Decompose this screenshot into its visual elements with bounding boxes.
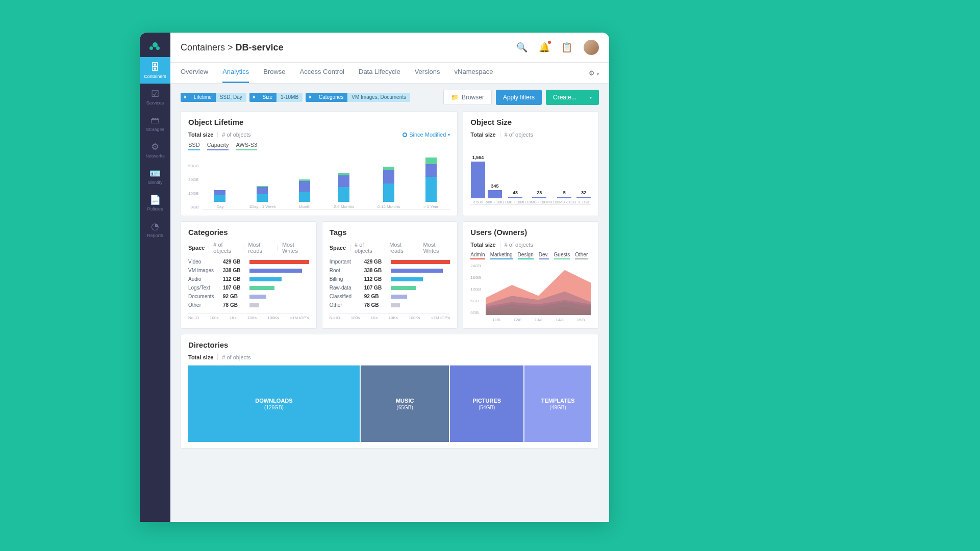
metric-tab[interactable]: Most Writes [423, 242, 450, 254]
metric-tab[interactable]: Space [188, 245, 205, 251]
metric-num-objects[interactable]: # of objects [222, 132, 250, 138]
user-series-tab[interactable]: Admin [470, 252, 485, 259]
chip-remove-icon[interactable]: × [249, 93, 259, 102]
browser-button[interactable]: 📁 Browser [443, 90, 492, 105]
user-series-tab[interactable]: Marketing [490, 252, 513, 259]
tab-browse[interactable]: Browse [263, 63, 285, 83]
user-series-tab[interactable]: Other [575, 252, 588, 259]
row-amount: 112 GB [223, 276, 245, 282]
notification-bell-icon[interactable]: 🔔 [539, 42, 550, 53]
user-avatar[interactable] [584, 40, 599, 55]
tab-vnamespace[interactable]: vNamespace [455, 63, 493, 83]
directories-treemap: Downloads(126GB)Music(65GB)Pictures(54GB… [188, 365, 591, 442]
y-tick: 0GB [188, 205, 198, 209]
row-name: Billing [330, 276, 360, 282]
metric-tab[interactable]: # of objects [355, 242, 381, 254]
lifetime-chart: 50GB30GB15GB0GB Day1Day - 1 WeekMonth2-6… [188, 153, 450, 209]
metric-total-size[interactable]: Total size [470, 242, 495, 248]
x-tick: 1MB - 10MB [505, 200, 526, 204]
size-column: 481MB - 10MB [505, 190, 526, 204]
sidebar-item-containers[interactable]: 🗄Containers [140, 57, 170, 84]
series-tab-ssd[interactable]: SSD [188, 142, 200, 150]
bar [532, 197, 546, 198]
metric-total-size[interactable]: Total size [188, 132, 213, 138]
y-tick: 0GB [470, 310, 481, 315]
chevron-down-icon: ▾ [590, 95, 592, 100]
x-tick: 15/8 [577, 318, 585, 322]
apply-filters-label: Apply filters [503, 94, 535, 101]
metric-num-objects[interactable]: # of objects [505, 242, 533, 248]
chip-label: Lifetime [190, 93, 216, 102]
user-series-tab[interactable]: Dev. [539, 252, 549, 259]
apply-filters-button[interactable]: Apply filters [496, 90, 542, 105]
row-amount: 78 GB [364, 302, 387, 308]
io-tick: 10Ks [247, 316, 257, 320]
browser-button-label: Browser [462, 94, 484, 101]
search-icon[interactable]: 🔍 [516, 42, 527, 53]
chip-remove-icon[interactable]: × [181, 93, 190, 102]
x-tick: > 1GB [579, 200, 589, 204]
size-chart: 1,564< 50K34550K - 1MB481MB - 10MB2310MB… [470, 149, 591, 205]
directory-cell[interactable]: Music(65GB) [361, 365, 450, 442]
row-name: Audio [188, 276, 219, 282]
bar-column: Month [299, 179, 310, 209]
create-button[interactable]: Create... ▾ [546, 90, 599, 105]
size-column: 2310MB - 100MB [526, 190, 552, 204]
series-tab-aws-s3[interactable]: AWS-S3 [236, 142, 257, 150]
metric-total-size[interactable]: Total size [188, 354, 213, 360]
topbar-actions: 🔍 🔔 📋 [516, 40, 599, 55]
sidebar-item-policies[interactable]: 📄Policies [140, 190, 170, 216]
tab-analytics[interactable]: Analytics [222, 63, 249, 83]
directory-cell[interactable]: Downloads(126GB) [188, 365, 361, 442]
metric-tab[interactable]: # of objects [213, 242, 239, 254]
stacked-bar [299, 179, 310, 202]
sidebar-item-storages[interactable]: 🗃Storages [140, 110, 170, 137]
sidebar-item-identity[interactable]: 🪪Identity [140, 163, 170, 190]
clipboard-icon[interactable]: 📋 [561, 42, 572, 53]
io-tick: >1M IOP's [431, 316, 450, 320]
x-tick: > 1 Year [423, 204, 439, 209]
settings-dropdown[interactable]: ⚙ ▾ [589, 65, 599, 81]
since-modified-dropdown[interactable]: Since Modified ▾ [403, 132, 450, 138]
nav-icon: 📄 [149, 195, 161, 204]
row-name: Logs/Text [188, 285, 219, 291]
metric-total-size[interactable]: Total size [470, 132, 495, 138]
tab-access-control[interactable]: Access Control [300, 63, 344, 83]
series-tab-capacity[interactable]: Capacity [207, 142, 229, 150]
metric-tab[interactable]: Most reads [248, 242, 273, 254]
bar-value-label: 32 [581, 190, 586, 195]
bar-segment [299, 181, 310, 192]
nav-icon: 🗃 [150, 116, 160, 125]
metric-tab[interactable]: Most reads [389, 242, 415, 254]
x-tick: 12/8 [514, 318, 522, 322]
user-series-tab[interactable]: Guests [554, 252, 570, 259]
tab-data-lifecycle[interactable]: Data Lifecycle [359, 63, 400, 83]
nav-label: Reports [147, 233, 163, 238]
metric-num-objects[interactable]: # of objects [505, 132, 533, 138]
card-object-lifetime: Object Lifetime Total size # of objects … [181, 111, 458, 216]
card-title: Directories [188, 340, 591, 349]
radio-icon [403, 133, 407, 137]
tab-versions[interactable]: Versions [415, 63, 440, 83]
metric-num-objects[interactable]: # of objects [222, 354, 250, 360]
dir-name: Pictures [473, 398, 501, 404]
breadcrumb-parent[interactable]: Containers [181, 42, 225, 53]
brand-logo[interactable] [140, 33, 170, 57]
metric-tab[interactable]: Most Writes [282, 242, 309, 254]
filter-row: ×LifetimeSSD, Day×Size1-10MB×CategoriesV… [170, 84, 609, 105]
sidebar-item-networks[interactable]: ⚙Networks [140, 137, 170, 163]
metric-tab[interactable]: Space [330, 245, 346, 251]
bar-segment [257, 187, 268, 195]
chip-remove-icon[interactable]: × [306, 93, 315, 102]
tags-list: Important429 GBRoot338 GBBilling112 GBRa… [330, 259, 450, 308]
directory-cell[interactable]: Pictures(54GB) [450, 365, 524, 442]
x-tick: Day [216, 204, 223, 209]
sidebar-item-services[interactable]: ☑Services [140, 84, 170, 110]
user-series-tab[interactable]: Design [518, 252, 534, 259]
y-tick: 12GB [470, 287, 481, 292]
row-name: Other [188, 302, 219, 308]
sidebar-item-reports[interactable]: ◔Reports [140, 216, 170, 243]
tab-overview[interactable]: Overview [181, 63, 208, 83]
dir-size: (65GB) [397, 405, 413, 410]
directory-cell[interactable]: Templates(49GB) [524, 365, 591, 442]
